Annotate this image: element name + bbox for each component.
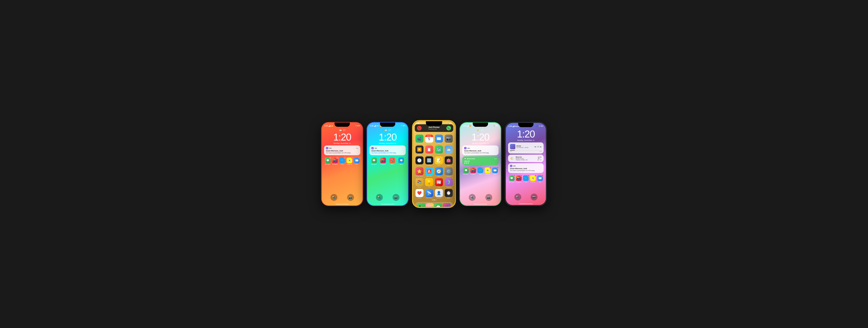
app-settings[interactable]: ⚙️ Settings xyxy=(444,167,453,177)
app-facetime[interactable]: 📹 Facetime xyxy=(415,135,424,144)
app-instagram-4[interactable]: 📷12 Instagram xyxy=(470,167,476,175)
decline-call-btn[interactable]: 📞 xyxy=(417,126,422,130)
clock-area-5: 1:20 Monday, November 11 xyxy=(508,128,544,142)
weather-desc: Mostly Sunny xyxy=(516,158,536,159)
flashlight-btn-2[interactable]: 🔦 xyxy=(376,194,383,201)
siri-notification-2[interactable]: S SIRI Good Afternoon, Josh You have a p… xyxy=(369,145,406,155)
app-ibooks[interactable]: 📚 iBooks xyxy=(415,178,424,188)
app-wallet[interactable]: 👛 Wallet xyxy=(444,156,453,166)
camera-btn-5[interactable]: 📷 xyxy=(531,194,537,200)
notch-5 xyxy=(518,123,533,127)
messages-notification-4[interactable]: 💬 MESSAGES now Alex B xyxy=(462,156,499,165)
app-messages-1[interactable]: 💬2 Messages xyxy=(325,158,331,165)
temp-4: 17° xyxy=(481,129,484,131)
app-notes[interactable]: 📝 Notes xyxy=(435,156,443,166)
app-row-4: 💬2 Messages 📷12 Instagram 🐦2 Twitter xyxy=(462,167,499,175)
app-calculator[interactable]: 🔢 Calculator xyxy=(425,156,433,166)
app-tips[interactable]: 💡 Tips xyxy=(425,178,433,188)
prev-btn[interactable]: ⏮ xyxy=(534,146,536,148)
app-camera[interactable]: 📷 Camera xyxy=(444,135,453,144)
app-mail-4[interactable]: ✉️1 Mail xyxy=(492,167,498,175)
dock-messages[interactable]: 💬 xyxy=(434,203,442,207)
notif-body-1: You have a presentation at 3 PM today. xyxy=(326,152,359,154)
app-videos[interactable]: ▶️ Videos xyxy=(415,145,424,155)
clock-area-2: 🌤️ 17° 1:20 Monday, November 11 xyxy=(369,128,406,145)
app-instagram-5[interactable]: 📷12 Instagram xyxy=(516,175,522,183)
app-weather[interactable]: ⛅ Weather xyxy=(444,145,453,155)
app-messages-2[interactable]: 💬 Messages xyxy=(371,158,377,165)
clock-area-1: 🌤️ 17° 1:20 Monday, November 11 xyxy=(324,128,360,145)
siri-notification-4[interactable]: S SIRI Good Afternoon, Josh You have a p… xyxy=(462,145,499,155)
bt-icon-5: 🔵 xyxy=(536,125,538,127)
camera-btn-1[interactable]: 📷 xyxy=(347,194,354,201)
app-safari[interactable]: 🧭 Safari xyxy=(435,167,443,177)
pause-btn[interactable]: ⏸ xyxy=(537,146,539,148)
app-apollo-2[interactable]: 🚀 Apollo xyxy=(389,158,395,165)
siri-notification-5[interactable]: S SIRI Good Afternoon, Josh You have a p… xyxy=(508,163,544,173)
app-row-5: 💬2 Messages 📷12 Instagram 🐦2 Twitter xyxy=(508,175,544,183)
signal-5 xyxy=(512,125,515,127)
siri-notification-1[interactable]: S SIRI now Good Afternoon, Josh You have… xyxy=(324,145,360,155)
app-skype-2[interactable]: 💬 Skype xyxy=(398,158,404,165)
app-twitter-5[interactable]: 🐦2 Twitter xyxy=(523,175,529,183)
music-notification-5[interactable]: Divide Ed Sheeran - Divide ⏮ ⏸ ⏭ xyxy=(508,142,544,154)
app-podcasts[interactable]: 🎙️ Podcasts xyxy=(444,178,453,188)
flashlight-btn-1[interactable]: 🔦 xyxy=(331,194,337,201)
dock-music[interactable]: 🎵 xyxy=(443,203,451,207)
msg-sender: Alex B xyxy=(464,160,497,162)
app-mail-5[interactable]: ✉️1 Mail xyxy=(537,175,543,183)
app-instagram-2[interactable]: 📷 Instagram xyxy=(380,158,386,165)
signal-1 xyxy=(329,125,331,127)
app-messages-5[interactable]: 💬2 Messages xyxy=(509,175,515,183)
app-maps[interactable]: 🗺️ Maps xyxy=(435,145,443,155)
notif-app-5: SIRI xyxy=(513,165,516,167)
app-contacts[interactable]: 👤 Contacts xyxy=(435,189,443,199)
app-twitter-4[interactable]: 🐦2 Twitter xyxy=(477,167,483,175)
music-info: Divide Ed Sheeran - Divide xyxy=(517,145,533,148)
app-row-1: 💬2 Messages 📷12 Instagram 🐦2 Twitter xyxy=(324,158,360,165)
app-itunes[interactable]: ⭐ iTunes Store xyxy=(415,167,424,177)
app-snapchat-1[interactable]: 👻4 Snapchat xyxy=(346,158,352,165)
app-find-iphone[interactable]: 📡 Find iPhone xyxy=(425,189,433,199)
music-controls: ⏮ ⏸ ⏭ xyxy=(534,146,542,148)
progress-fill xyxy=(510,150,515,151)
app-clock[interactable]: 🕐 Clock xyxy=(415,156,424,166)
next-btn[interactable]: ⏭ xyxy=(540,146,542,148)
accept-call-btn[interactable]: 📞 xyxy=(446,126,451,130)
time-elapsed: 0:06 xyxy=(510,151,512,152)
clock-time-5: 1:20 xyxy=(508,129,544,139)
weather-detail: Chance of Rain: 0% xyxy=(516,159,536,161)
camera-btn-4[interactable]: 📷 xyxy=(485,194,492,201)
weather-notification-5[interactable]: 🌤️ Moscow Mostly Sunny Chance of Rain: 0… xyxy=(508,155,544,162)
dock-photos[interactable]: 🌸 xyxy=(426,203,434,207)
app-reminders[interactable]: 📋 Reminders xyxy=(425,145,433,155)
app-appstore[interactable]: 🅰️ App Store xyxy=(425,167,433,177)
clock-date-5: Monday, November 11 xyxy=(508,139,544,141)
dot-1 xyxy=(432,199,433,200)
status-time-3: 1:20 xyxy=(416,122,419,124)
app-messages-4[interactable]: 💬2 Messages xyxy=(463,167,469,175)
flashlight-btn-4[interactable]: 🔦 xyxy=(469,194,476,201)
flashlight-btn-5[interactable]: 🔦 xyxy=(515,194,521,200)
home-screen: 📹 Facetime Monday 5 Calendar xyxy=(413,134,455,199)
app-mail-1[interactable]: ✉️1 Mail xyxy=(354,158,360,165)
signal-4 xyxy=(467,125,469,127)
app-health[interactable]: ❤️ Health xyxy=(415,189,424,199)
camera-btn-2[interactable]: 📷 xyxy=(393,194,399,201)
app-snapchat-5[interactable]: 👻4 Snapchat xyxy=(530,175,536,183)
notch-3 xyxy=(426,121,442,126)
clock-date-1: Monday, November 11 xyxy=(324,142,360,144)
wifi-icon-1: 📶 xyxy=(331,125,333,127)
bottom-buttons-4: 🔦 📷 xyxy=(460,194,501,204)
app-twitter-1[interactable]: 🐦2 Twitter xyxy=(339,158,345,165)
status-time-2: 1:20 xyxy=(370,125,373,127)
dock-phone[interactable]: 📞 xyxy=(417,203,425,207)
app-news[interactable]: 📰 News xyxy=(435,178,443,188)
phone-green: 1:20 📶 🔋 93% 🌤️ 17° xyxy=(459,122,501,206)
music-artist: Ed Sheeran - Divide xyxy=(517,147,533,148)
app-instagram-1[interactable]: 📷12 Instagram xyxy=(332,158,338,165)
app-watch[interactable]: ⌚ Watch xyxy=(444,189,453,199)
app-snapchat-4[interactable]: 👻4 Snapchat xyxy=(485,167,491,175)
app-mail[interactable]: ✉️ Mail xyxy=(435,135,443,144)
app-calendar[interactable]: Monday 5 Calendar xyxy=(425,135,433,144)
